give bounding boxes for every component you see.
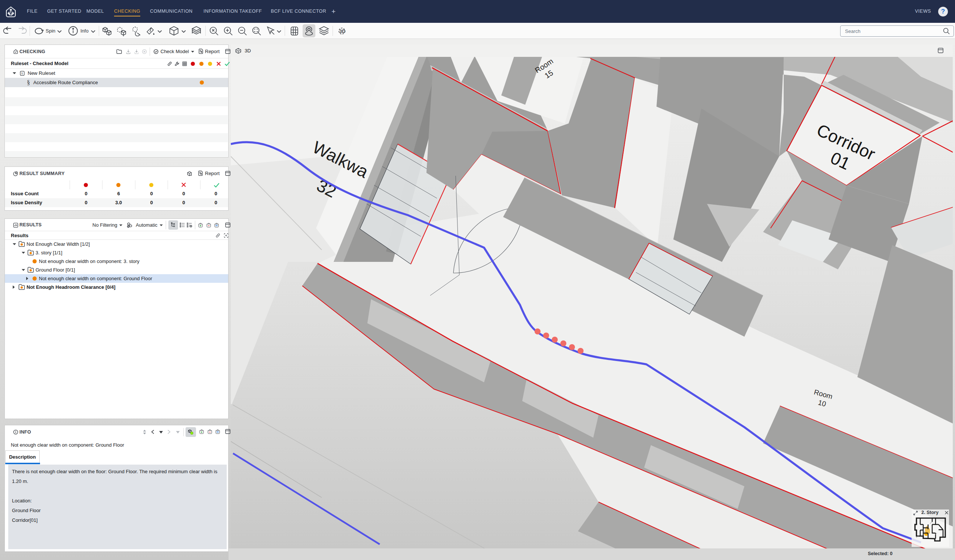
svg-text:§: § (27, 79, 30, 86)
svg-text:3D: 3D (339, 28, 346, 34)
svg-text:§: § (21, 72, 23, 75)
